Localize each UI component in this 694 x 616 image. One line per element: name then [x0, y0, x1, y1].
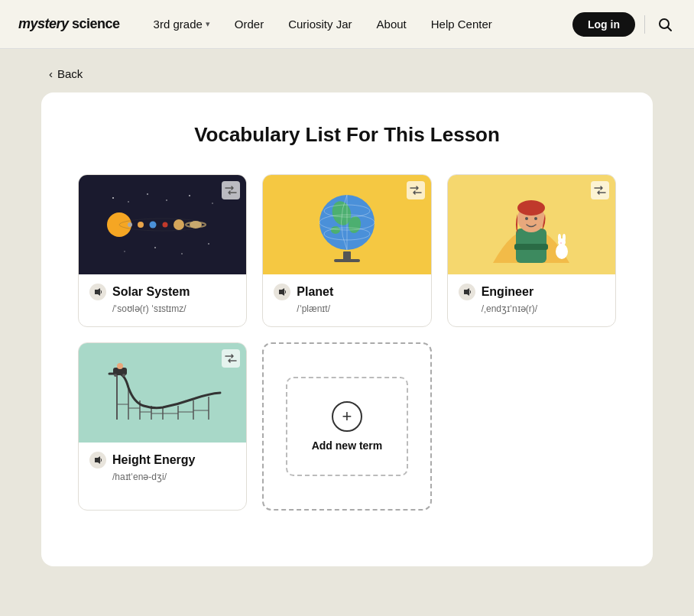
- plus-icon: +: [332, 401, 362, 432]
- card-body-planet: Planet /ˈplænɪt/: [263, 274, 430, 326]
- svg-point-11: [112, 197, 114, 199]
- planet-globe-illustration: [313, 183, 381, 267]
- sound-button-height-energy[interactable]: [89, 452, 106, 468]
- svg-point-42: [563, 234, 566, 242]
- card-image-height-energy: [79, 343, 246, 443]
- card-body-height-energy: Height Energy /haɪtˈenə-dʒi/: [79, 443, 246, 494]
- svg-point-36: [517, 200, 545, 216]
- vocab-card-engineer: Engineer /ˌendʒɪˈnɪə(r)/: [447, 174, 616, 327]
- card-word-height-energy: Height Energy: [112, 453, 195, 467]
- nav-links: 3rd grade ▾ Order Curiosity Jar About He…: [144, 11, 572, 37]
- svg-point-20: [208, 243, 209, 245]
- shuffle-icon-solar-system[interactable]: [222, 181, 240, 199]
- card-phonetic-solar-system: /ˈsoʊlə(r) ˈsɪstɪmz/: [112, 303, 235, 314]
- card-image-planet: [263, 175, 430, 274]
- svg-point-61: [114, 374, 117, 377]
- svg-point-19: [181, 253, 183, 255]
- back-arrow-icon: ‹: [49, 67, 53, 80]
- search-button[interactable]: [654, 14, 676, 35]
- svg-point-37: [525, 217, 528, 220]
- card-image-engineer: [448, 175, 615, 274]
- vocab-card-height-energy: Height Energy /haɪtˈenə-dʒi/: [78, 342, 247, 511]
- svg-rect-23: [334, 259, 360, 262]
- svg-point-62: [122, 374, 125, 377]
- nav-right: Log in: [572, 12, 676, 37]
- sound-button-engineer[interactable]: [459, 284, 475, 300]
- nav-link-order[interactable]: Order: [225, 11, 273, 37]
- card-word-row: Solar System: [89, 284, 235, 300]
- navbar: mystery science 3rd grade ▾ Order Curios…: [0, 0, 694, 49]
- svg-line-1: [668, 27, 672, 31]
- svg-point-7: [162, 222, 167, 228]
- svg-point-15: [189, 195, 190, 196]
- card-image-solar-system: [79, 175, 246, 274]
- svg-point-63: [117, 363, 123, 369]
- search-icon: [657, 17, 673, 32]
- card-word-engineer: Engineer: [482, 285, 533, 299]
- card-grid: Solar System /ˈsoʊlə(r) ˈsɪstɪmz/: [78, 174, 616, 511]
- svg-point-41: [558, 234, 561, 242]
- card-word-solar-system: Solar System: [112, 285, 190, 299]
- main-content: Vocabulary List For This Lesson: [41, 92, 653, 566]
- svg-point-18: [154, 247, 156, 248]
- svg-point-12: [128, 201, 129, 203]
- shuffle-icon-engineer[interactable]: [591, 181, 609, 199]
- svg-point-43: [560, 242, 562, 244]
- card-word-row-engineer: Engineer: [459, 284, 605, 300]
- card-word-planet: Planet: [297, 285, 333, 299]
- svg-point-17: [124, 251, 125, 252]
- svg-marker-21: [95, 288, 100, 296]
- add-term-label: Add new term: [312, 439, 383, 452]
- svg-point-38: [534, 217, 537, 220]
- svg-rect-34: [514, 244, 548, 250]
- svg-point-16: [212, 203, 213, 204]
- svg-point-4: [128, 222, 132, 227]
- nav-divider: [644, 15, 645, 34]
- shuffle-icon-height-energy[interactable]: [222, 349, 240, 368]
- logo: mystery science: [18, 16, 120, 32]
- add-term-card[interactable]: + Add new term: [262, 342, 431, 511]
- card-word-row-planet: Planet: [274, 284, 420, 300]
- nav-link-curiosity-jar[interactable]: Curiosity Jar: [279, 11, 361, 37]
- svg-marker-32: [279, 288, 284, 296]
- svg-point-5: [138, 222, 144, 228]
- back-link[interactable]: ‹ Back: [49, 67, 694, 80]
- page-title: Vocabulary List For This Lesson: [78, 123, 616, 147]
- card-body-solar-system: Solar System /ˈsoʊlə(r) ˈsɪstɪmz/: [79, 274, 246, 326]
- sound-button-solar-system[interactable]: [89, 284, 106, 300]
- card-phonetic-planet: /ˈplænɪt/: [297, 303, 420, 314]
- nav-link-help-center[interactable]: Help Center: [422, 11, 501, 37]
- chevron-down-icon: ▾: [206, 19, 210, 29]
- engineer-illustration: [478, 179, 585, 271]
- svg-marker-44: [464, 288, 469, 296]
- roller-coaster-illustration: [102, 351, 224, 435]
- card-word-row-height-energy: Height Energy: [89, 452, 235, 468]
- svg-point-14: [166, 199, 167, 201]
- shuffle-icon-planet[interactable]: [407, 181, 425, 199]
- login-button[interactable]: Log in: [572, 12, 635, 37]
- svg-point-6: [149, 222, 156, 229]
- nav-grade-menu[interactable]: 3rd grade ▾: [144, 11, 219, 37]
- svg-marker-64: [95, 456, 100, 464]
- add-term-inner: + Add new term: [286, 377, 408, 476]
- svg-point-13: [147, 193, 148, 195]
- vocab-card-solar-system: Solar System /ˈsoʊlə(r) ˈsɪstɪmz/: [78, 174, 247, 327]
- nav-link-about[interactable]: About: [368, 11, 416, 37]
- card-phonetic-engineer: /ˌendʒɪˈnɪə(r)/: [482, 303, 605, 314]
- card-body-engineer: Engineer /ˌendʒɪˈnɪə(r)/: [448, 274, 615, 326]
- card-phonetic-height-energy: /haɪtˈenə-dʒi/: [112, 472, 235, 482]
- solar-system-illustration: [105, 186, 220, 263]
- sound-button-planet[interactable]: [274, 284, 290, 300]
- svg-point-8: [174, 219, 184, 230]
- vocab-card-planet: Planet /ˈplænɪt/: [262, 174, 431, 327]
